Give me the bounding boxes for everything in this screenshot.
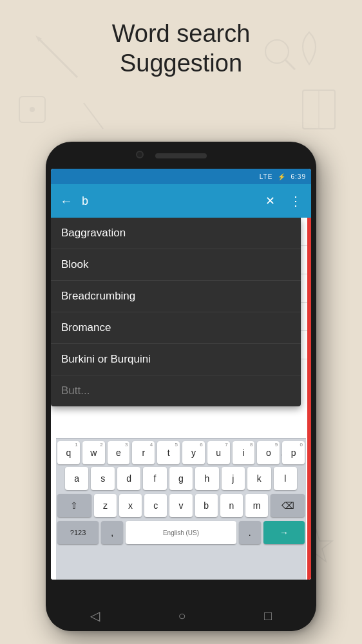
- period-key[interactable]: .: [239, 521, 261, 544]
- key-g[interactable]: g: [169, 467, 193, 490]
- delete-key[interactable]: ⌫: [271, 494, 305, 517]
- suggestion-item-5[interactable]: Burkini or Burquini: [51, 344, 301, 375]
- key-j[interactable]: j: [222, 467, 245, 490]
- phone-speaker: [155, 153, 207, 158]
- key-b[interactable]: b: [195, 494, 218, 517]
- title-line1: Word search: [112, 20, 251, 47]
- suggestion-text: Burkini or Burquini: [61, 353, 151, 365]
- key-z[interactable]: z: [94, 494, 117, 517]
- scroll-bar: [307, 218, 311, 580]
- svg-point-3: [30, 107, 35, 112]
- nav-home[interactable]: ○: [178, 609, 186, 623]
- row-3: ⇧ z x c v b n m ⌫: [56, 491, 306, 518]
- key-y[interactable]: 6y: [182, 441, 205, 464]
- page-title-area: Word search Suggestion: [0, 19, 362, 78]
- suggestion-item-2[interactable]: Blook: [51, 249, 301, 281]
- app-bar: ← ✕ ⋮: [51, 184, 311, 218]
- nav-recents-icon: □: [264, 609, 272, 623]
- key-m[interactable]: m: [245, 494, 268, 517]
- shift-key[interactable]: ⇧: [57, 494, 91, 517]
- suggestion-text: Butt...: [61, 384, 90, 397]
- keyboard: 🎤 1q 2w 3e 4r 5t 6y 7u 8i 9o 0p a s d f: [56, 438, 306, 580]
- key-f[interactable]: f: [143, 467, 166, 490]
- more-button[interactable]: ⋮: [285, 191, 306, 211]
- nav-home-icon: ○: [178, 609, 186, 623]
- suggestion-text: Bromance: [61, 321, 111, 334]
- clock: 6:39: [291, 173, 306, 180]
- suggestion-item-6[interactable]: Butt...: [51, 375, 301, 406]
- svg-line-6: [84, 103, 103, 129]
- key-r[interactable]: 4r: [132, 441, 155, 464]
- key-q[interactable]: 1q: [57, 441, 80, 464]
- key-s[interactable]: s: [91, 467, 114, 490]
- phone-camera: [136, 151, 144, 158]
- clear-button[interactable]: ✕: [260, 191, 280, 211]
- special-key[interactable]: ?123: [57, 521, 99, 544]
- status-icons: LTE ⚡ 6:39: [260, 173, 306, 180]
- key-i[interactable]: 8i: [233, 441, 255, 464]
- key-x[interactable]: x: [119, 494, 142, 517]
- back-icon: ←: [60, 194, 73, 209]
- key-n[interactable]: n: [220, 494, 243, 517]
- suggestion-text: Breadcrumbing: [61, 290, 135, 302]
- space-key[interactable]: English (US): [126, 521, 236, 544]
- status-bar: LTE ⚡ 6:39: [51, 169, 311, 184]
- key-v[interactable]: v: [169, 494, 192, 517]
- page-title: Word search Suggestion: [0, 19, 362, 78]
- nav-recents[interactable]: □: [264, 609, 272, 623]
- more-icon: ⋮: [289, 193, 302, 209]
- key-o[interactable]: 9o: [257, 441, 280, 464]
- suggestions-dropdown: Baggravation Blook Breadcrumbing Bromanc…: [51, 218, 301, 406]
- suggestion-item-1[interactable]: Baggravation: [51, 218, 301, 249]
- clear-icon: ✕: [265, 194, 275, 208]
- key-d[interactable]: d: [117, 467, 140, 490]
- key-t[interactable]: 5t: [157, 441, 180, 464]
- suggestion-text: Blook: [61, 258, 89, 270]
- search-input[interactable]: [82, 194, 254, 208]
- key-k[interactable]: k: [247, 467, 271, 490]
- title-line2: Suggestion: [120, 50, 242, 77]
- signal-indicator: LTE: [260, 173, 273, 180]
- key-e[interactable]: 3e: [108, 441, 130, 464]
- phone-device: LTE ⚡ 6:39 ← ✕ ⋮ Aff...: [46, 142, 316, 631]
- key-l[interactable]: l: [274, 467, 297, 490]
- number-row: 1q 2w 3e 4r 5t 6y 7u 8i 9o 0p: [56, 439, 306, 466]
- key-a[interactable]: a: [65, 467, 88, 490]
- key-p[interactable]: 0p: [282, 441, 305, 464]
- key-w[interactable]: 2w: [82, 441, 105, 464]
- back-button[interactable]: ←: [56, 191, 77, 211]
- suggestion-item-4[interactable]: Bromance: [51, 312, 301, 344]
- row-2: a s d f g h j k l: [56, 466, 306, 491]
- suggestion-text: Baggravation: [61, 227, 126, 239]
- key-c[interactable]: c: [144, 494, 167, 517]
- nav-back[interactable]: ◁: [90, 608, 100, 623]
- nav-back-icon: ◁: [90, 609, 100, 623]
- done-key[interactable]: →: [263, 521, 305, 544]
- comma-key[interactable]: ,: [101, 521, 123, 544]
- phone-screen: LTE ⚡ 6:39 ← ✕ ⋮ Aff...: [51, 169, 311, 580]
- phone-nav-bar: ◁ ○ □: [51, 600, 311, 631]
- suggestion-item-3[interactable]: Breadcrumbing: [51, 281, 301, 312]
- key-u[interactable]: 7u: [207, 441, 230, 464]
- row-4: ?123 , English (US) . →: [56, 518, 306, 545]
- key-h[interactable]: h: [195, 467, 218, 490]
